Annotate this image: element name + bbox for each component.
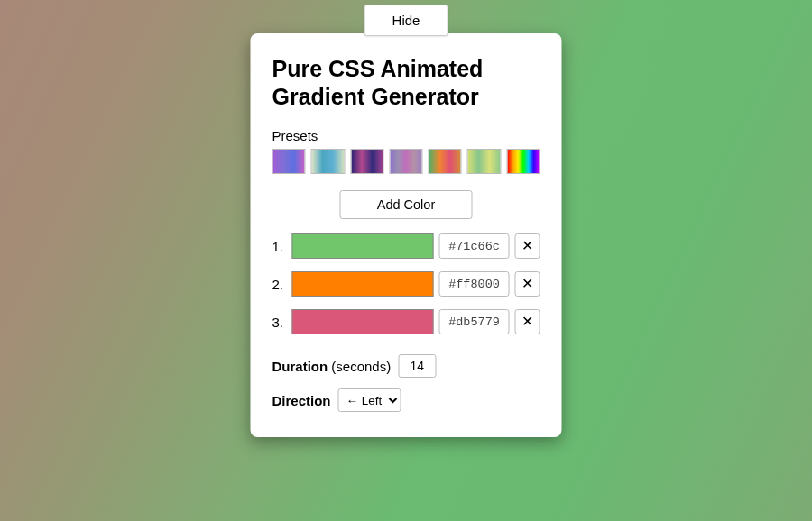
color-number: 3. — [272, 315, 287, 330]
color-row: 2. ✕ — [272, 271, 540, 297]
direction-row: Direction ← Left — [272, 388, 540, 412]
color-swatch-2[interactable] — [292, 271, 434, 297]
color-number: 1. — [272, 239, 287, 254]
color-list: 1. ✕ 2. ✕ 3. ✕ — [272, 233, 540, 334]
duration-row: Duration (seconds) — [272, 354, 540, 378]
direction-label: Direction — [272, 393, 331, 408]
color-swatch-1[interactable] — [292, 233, 434, 259]
preset-2[interactable] — [311, 149, 345, 174]
preset-4[interactable] — [389, 149, 422, 174]
hide-button[interactable]: Hide — [364, 5, 448, 36]
remove-color-button-3[interactable]: ✕ — [515, 309, 540, 334]
color-number: 2. — [272, 277, 287, 292]
close-icon: ✕ — [521, 277, 533, 291]
color-hex-input-1[interactable] — [439, 233, 510, 259]
preset-7[interactable] — [506, 149, 540, 174]
preset-3[interactable] — [350, 149, 383, 174]
remove-color-button-1[interactable]: ✕ — [515, 233, 540, 259]
color-hex-input-2[interactable] — [439, 271, 510, 297]
direction-select[interactable]: ← Left — [338, 388, 401, 412]
close-icon: ✕ — [521, 315, 533, 329]
close-icon: ✕ — [521, 239, 533, 253]
add-color-button[interactable]: Add Color — [340, 190, 472, 219]
duration-label: Duration (seconds) — [272, 359, 392, 374]
presets-label: Presets — [272, 128, 540, 143]
color-row: 1. ✕ — [272, 233, 540, 259]
preset-6[interactable] — [467, 149, 501, 174]
add-color-row: Add Color — [272, 190, 540, 219]
color-row: 3. ✕ — [272, 309, 540, 334]
color-swatch-3[interactable] — [292, 309, 434, 334]
preset-1[interactable] — [272, 149, 306, 174]
color-hex-input-3[interactable] — [439, 309, 510, 334]
remove-color-button-2[interactable]: ✕ — [515, 271, 540, 297]
preset-5[interactable] — [429, 149, 462, 174]
presets-row — [272, 149, 540, 174]
generator-panel: Pure CSS Animated Gradient Generator Pre… — [251, 33, 562, 437]
page-title: Pure CSS Animated Gradient Generator — [272, 55, 540, 110]
duration-input[interactable] — [398, 354, 436, 378]
